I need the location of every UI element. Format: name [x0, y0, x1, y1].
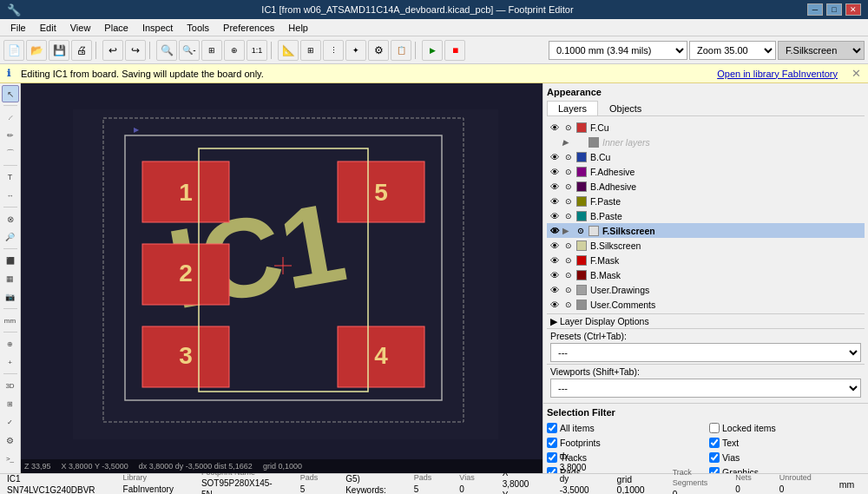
add-text-tool[interactable]: T [2, 168, 19, 186]
measure-button[interactable]: 📐 [278, 40, 299, 61]
layer-eye-bmask[interactable]: 👁 [549, 269, 561, 281]
layer-row-ucomm[interactable]: 👁 ⊙ User.Comments [547, 297, 865, 312]
sel-tracks-checkbox[interactable] [547, 452, 557, 463]
menu-view[interactable]: View [63, 21, 98, 35]
redo-button[interactable]: ↪ [125, 40, 146, 61]
grid-dropdown[interactable]: 0.1000 mm (3.94 mils) [549, 41, 687, 60]
inspector-tool[interactable]: 🔎 [2, 228, 19, 246]
layer-name-badh[interactable]: B.Adhesive [590, 181, 863, 192]
zoom-in-button[interactable]: 🔍 [156, 40, 177, 61]
run-button[interactable]: ▶ [422, 40, 443, 61]
layer-name-bsilk[interactable]: B.Silkscreen [590, 240, 863, 251]
layer-name-bmask[interactable]: B.Mask [590, 270, 863, 280]
tab-objects[interactable]: Objects [598, 101, 653, 115]
layer-eye-ucomm[interactable]: 👁 [549, 299, 561, 311]
draw-tool[interactable]: ✏ [2, 127, 19, 144]
infobar-close-button[interactable]: ✕ [852, 67, 861, 80]
tab-layers[interactable]: Layers [547, 101, 598, 115]
delete-tool[interactable]: ⊗ [2, 210, 19, 227]
menu-inspect[interactable]: Inspect [135, 21, 180, 35]
layer-name-bcu[interactable]: B.Cu [590, 152, 863, 162]
pad-tool[interactable]: ⬛ [2, 252, 19, 269]
layer-row-bpaste[interactable]: 👁 ⊙ B.Paste [547, 208, 865, 223]
origin-tool[interactable]: ⊕ [2, 335, 19, 352]
layer-eye-fadh[interactable]: 👁 [549, 166, 561, 178]
measure-dist-tool[interactable]: mm [2, 312, 19, 329]
zoom-actual-button[interactable]: 1:1 [247, 40, 267, 61]
highlight-button[interactable]: ✦ [345, 40, 366, 61]
layer-row-bcu[interactable]: 👁 ⊙ B.Cu [547, 149, 865, 164]
settings-tool[interactable]: ⚙ [2, 431, 19, 449]
layer-eye-bpaste[interactable]: 👁 [549, 210, 561, 222]
layer-dropdown[interactable]: F.Silkscreen [778, 41, 865, 60]
pcb-canvas[interactable]: IC1 1 2 3 4 5 [56, 92, 516, 457]
layer-eye-bcu[interactable]: 👁 [549, 151, 561, 163]
zoom-center-button[interactable]: ⊕ [224, 40, 245, 61]
menu-file[interactable]: File [3, 21, 33, 35]
layer-eye-fpaste[interactable]: 👁 [549, 195, 561, 207]
zoom-out-button[interactable]: 🔍- [179, 40, 200, 61]
menu-preferences[interactable]: Preferences [216, 21, 281, 35]
sel-pads-checkbox[interactable] [547, 467, 557, 473]
sel-locked-items-checkbox[interactable] [709, 423, 720, 433]
viewports-dropdown[interactable]: --- [550, 379, 861, 398]
add-dimension-tool[interactable]: ↔ [2, 187, 19, 204]
layer-eye-badh[interactable]: 👁 [549, 181, 561, 193]
open-button[interactable]: 📂 [26, 40, 47, 61]
menu-place[interactable]: Place [97, 21, 135, 35]
layer-eye-udraw[interactable]: 👁 [549, 284, 561, 296]
route-track-tool[interactable]: ⟋ [2, 109, 19, 126]
scripting-tool[interactable]: >_ [2, 450, 19, 467]
menu-help[interactable]: Help [281, 21, 315, 35]
grid-origin-tool[interactable]: + [2, 353, 19, 371]
sel-footprints-checkbox[interactable] [547, 438, 557, 448]
layer-row-fmask[interactable]: 👁 ⊙ F.Mask [547, 253, 865, 267]
layer-row-udraw[interactable]: 👁 ⊙ User.Drawings [547, 282, 865, 297]
netlist-tool[interactable]: ⊞ [2, 395, 19, 412]
save-button[interactable]: 💾 [49, 40, 69, 61]
layer-eye-fcu[interactable]: 👁 [549, 122, 561, 134]
layer-eye-inner[interactable] [549, 136, 561, 148]
layer-name-fadh[interactable]: F.Adhesive [590, 167, 863, 177]
menu-edit[interactable]: Edit [33, 21, 63, 35]
sel-graphics-checkbox[interactable] [709, 467, 720, 473]
zone-tool[interactable]: ▦ [2, 270, 19, 287]
zoom-dropdown[interactable]: Zoom 35.00 [689, 41, 776, 60]
erc-tool[interactable]: ✓ [2, 413, 19, 431]
zoom-fit-button[interactable]: ⊞ [201, 40, 222, 61]
layer-row-fpaste[interactable]: 👁 ⊙ F.Paste [547, 194, 865, 208]
grid-button[interactable]: ⊞ [300, 40, 321, 61]
open-library-link[interactable]: Open in library FabInventory [717, 69, 838, 79]
layer-row-inner[interactable]: ▶ Inner layers [547, 135, 865, 149]
minimize-button[interactable]: ─ [807, 3, 823, 16]
layer-name-fpaste[interactable]: F.Paste [590, 196, 863, 207]
layer-eye-fsilk[interactable]: 👁 [549, 225, 561, 237]
layer-name-inner[interactable]: Inner layers [602, 137, 863, 148]
ratsnest-button[interactable]: ⋮ [323, 40, 344, 61]
canvas-area[interactable]: IC1 1 2 3 4 5 [21, 83, 542, 473]
layer-row-fsilk[interactable]: 👁 ▶ ⊙ F.Silkscreen [547, 223, 865, 238]
close-button[interactable]: ✕ [845, 3, 861, 16]
print-button[interactable]: 🖨 [71, 40, 92, 61]
sel-all-items-checkbox[interactable] [547, 423, 557, 433]
select-tool[interactable]: ↖ [2, 85, 19, 102]
netlist-button[interactable]: 📋 [391, 40, 411, 61]
layer-display-options[interactable]: ▶ Layer Display Options [550, 316, 649, 326]
3d-view-tool[interactable]: 3D [2, 377, 19, 394]
layer-row-bmask[interactable]: 👁 ⊙ B.Mask [547, 267, 865, 282]
presets-dropdown[interactable]: --- [550, 343, 861, 362]
sel-text-checkbox[interactable] [709, 438, 720, 448]
layer-eye-fmask[interactable]: 👁 [549, 254, 561, 267]
layer-row-fadh[interactable]: 👁 ⊙ F.Adhesive [547, 164, 865, 179]
layer-name-udraw[interactable]: User.Drawings [590, 285, 863, 295]
layer-name-ucomm[interactable]: User.Comments [590, 300, 863, 310]
layer-name-fcu[interactable]: F.Cu [590, 122, 863, 133]
maximize-button[interactable]: □ [826, 3, 842, 16]
photo-tool[interactable]: 📷 [2, 288, 19, 306]
new-button[interactable]: 📄 [3, 40, 24, 61]
layer-expand-inner[interactable]: ▶ [562, 138, 575, 147]
sel-vias-checkbox[interactable] [709, 452, 720, 463]
undo-button[interactable]: ↩ [102, 40, 123, 61]
layer-row-fcu[interactable]: 👁 ⊙ F.Cu [547, 120, 865, 135]
layer-row-badh[interactable]: 👁 ⊙ B.Adhesive [547, 179, 865, 194]
